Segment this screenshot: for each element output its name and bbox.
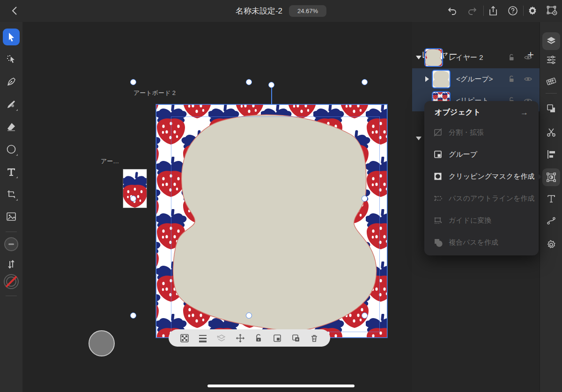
help-icon[interactable] xyxy=(507,5,519,17)
selection-handle-bottom-center[interactable] xyxy=(246,312,252,319)
object-menu-popup: オブジェクト → 分割・拡張 グループ クリッピングマスクを作成 パスのアウトラ… xyxy=(424,101,539,255)
blob-shape[interactable] xyxy=(173,115,377,331)
popup-notch xyxy=(537,173,542,181)
right-icon-strip xyxy=(540,22,562,392)
artboard-1-thumbnail[interactable] xyxy=(123,169,147,208)
menu-item-group[interactable]: グループ xyxy=(424,144,539,165)
layer-name[interactable]: <グループ> xyxy=(456,68,503,90)
topbar-divider xyxy=(483,6,484,16)
object-menu-title: オブジェクト xyxy=(435,108,481,117)
layer-row-group[interactable]: <グループ> xyxy=(412,68,540,90)
settings-gear-icon[interactable] xyxy=(526,5,539,17)
group-thumbnail[interactable] xyxy=(432,70,451,88)
lock-icon[interactable] xyxy=(253,333,264,343)
share-icon[interactable] xyxy=(487,5,499,17)
menu-item-convert-to-guides[interactable]: ガイドに変換 xyxy=(424,210,539,231)
redo-icon[interactable] xyxy=(466,5,479,17)
expand-triangle-icon[interactable] xyxy=(425,76,429,82)
tool-rail xyxy=(0,22,22,392)
touch-modifier-widget[interactable] xyxy=(89,330,115,356)
rotation-handle-line xyxy=(271,88,272,104)
swap-colors-icon[interactable] xyxy=(3,256,20,273)
menu-item-outline-path[interactable]: パスのアウトラインを作成 xyxy=(424,188,539,209)
compound-path-icon xyxy=(433,238,443,247)
collapse-triangle-icon[interactable] xyxy=(416,137,422,140)
undo-icon[interactable] xyxy=(446,5,458,17)
arrange-order-icon[interactable] xyxy=(216,333,227,343)
version-history-icon[interactable] xyxy=(546,5,558,17)
topbar-divider xyxy=(523,6,524,16)
menu-item-make-clipping-mask[interactable]: クリッピングマスクを作成 xyxy=(424,166,539,187)
image-tool[interactable] xyxy=(3,208,20,225)
group-icon xyxy=(433,150,443,159)
strawberry-art xyxy=(123,169,147,208)
zoom-level-badge[interactable]: 24.67% xyxy=(289,5,326,17)
top-bar: 名称未設定-2 24.67% xyxy=(0,0,562,22)
select-tool[interactable] xyxy=(3,29,20,45)
outline-path-icon xyxy=(433,194,443,203)
selection-handle-bottom-left[interactable] xyxy=(130,312,136,319)
menu-item-expand[interactable]: 分割・拡張 xyxy=(424,122,539,143)
clipping-mask-icon xyxy=(433,172,443,181)
type-tool[interactable] xyxy=(3,163,20,180)
selection-handle-top-left[interactable] xyxy=(130,79,136,85)
eye-visibility-icon[interactable] xyxy=(524,75,532,83)
menu-forward-arrow-icon[interactable]: → xyxy=(520,108,528,117)
swatches-icon[interactable] xyxy=(542,73,560,90)
artboard1-label[interactable]: アー… xyxy=(101,157,119,166)
scissors-icon[interactable] xyxy=(542,123,560,141)
path-icon[interactable] xyxy=(542,212,560,230)
eye-visibility-icon[interactable] xyxy=(524,53,532,62)
convert-guides-icon xyxy=(433,216,443,225)
selection-handle-top-right[interactable] xyxy=(362,79,368,85)
rotation-handle[interactable] xyxy=(268,82,274,88)
stroke-weight-icon[interactable] xyxy=(198,333,208,343)
artboard-2[interactable] xyxy=(156,104,387,338)
app-window: アートボード 2 アー… xyxy=(0,0,562,392)
duplicate-icon[interactable] xyxy=(291,333,301,343)
lock-open-icon[interactable] xyxy=(507,53,516,62)
layers-panel-icon[interactable] xyxy=(542,32,560,50)
brush-tool[interactable] xyxy=(3,96,20,113)
rail-divider xyxy=(6,296,17,296)
menu-item-make-compound-path[interactable]: 複合パスを作成 xyxy=(424,232,539,253)
back-chevron-icon[interactable] xyxy=(8,5,21,17)
selection-handle-mid-left[interactable] xyxy=(130,196,136,202)
crop-artboard-tool[interactable] xyxy=(3,186,20,203)
fill-transparency-icon[interactable] xyxy=(179,333,190,343)
move-icon[interactable] xyxy=(235,333,245,343)
pen-tool[interactable] xyxy=(3,73,20,90)
selection-handle-bottom-right[interactable] xyxy=(362,312,368,319)
selection-handle-top-center[interactable] xyxy=(246,79,252,85)
properties-icon[interactable] xyxy=(542,51,560,69)
shape-tool[interactable] xyxy=(3,141,20,158)
fill-color-well[interactable] xyxy=(3,236,20,253)
layer-row-layer2[interactable]: レイヤー 2 xyxy=(412,47,540,68)
stroke-color-well-none[interactable] xyxy=(3,273,20,290)
direct-select-tool[interactable] xyxy=(3,51,20,68)
group-icon[interactable] xyxy=(272,333,282,343)
rail-divider xyxy=(6,232,17,232)
strawberry-pattern-artwork xyxy=(156,104,387,338)
layer2-thumbnail[interactable] xyxy=(424,48,443,67)
object-icon[interactable] xyxy=(542,168,560,186)
document-title: 名称未設定-2 xyxy=(236,6,282,16)
lock-open-icon[interactable] xyxy=(507,75,516,83)
type-options-icon[interactable] xyxy=(542,190,560,208)
collapse-triangle-icon[interactable] xyxy=(416,56,422,59)
plugin-settings-icon[interactable] xyxy=(542,236,560,254)
layer-name[interactable]: レイヤー 2 xyxy=(449,47,500,68)
delete-trash-icon[interactable] xyxy=(309,333,319,343)
expand-icon xyxy=(433,128,443,137)
selection-handle-mid-right[interactable] xyxy=(362,196,368,202)
align-icon[interactable] xyxy=(542,145,560,163)
eraser-tool[interactable] xyxy=(3,118,20,135)
strip-divider xyxy=(546,93,557,94)
context-toolbar xyxy=(169,329,330,347)
artboard2-label[interactable]: アートボード 2 xyxy=(133,89,176,97)
home-indicator[interactable] xyxy=(207,385,355,387)
arrange-icon[interactable] xyxy=(542,100,560,117)
